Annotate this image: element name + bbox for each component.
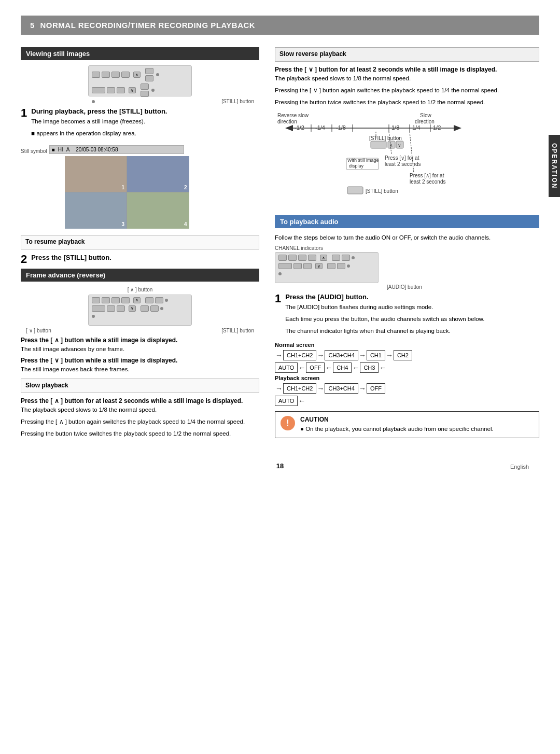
svg-text:1/4: 1/4 (412, 124, 420, 131)
svg-text:[STILL] button: [STILL] button (369, 135, 402, 141)
audio-step1-container: 1 Press the [AUDIO] button. The [AUDIO] … (275, 293, 539, 338)
svg-text:Reverse slow: Reverse slow (277, 113, 309, 118)
still-image-area: Still symbol ■HIA 20/05-03 08:40:58 1 (21, 145, 259, 231)
btn3 (111, 72, 120, 78)
slow-rev-text3: Pressing the button twice switches the p… (275, 98, 539, 107)
channel-indicators-label: CHANNEL indicators (275, 245, 539, 251)
playback-screen-label: Playback screen (275, 375, 539, 381)
audio-step1-text1: The [AUDIO] button flashes during audio … (285, 303, 539, 312)
playback-flow-row1: → CH1+CH2 → CH3+CH4 → OFF (275, 383, 539, 394)
btn1 (92, 72, 100, 78)
svg-text:∨: ∨ (398, 143, 401, 148)
playback-screen-flow: → CH1+CH2 → CH3+CH4 → OFF AUTO ← (275, 383, 539, 406)
still-cell-3: 3 (65, 192, 127, 229)
slow-reverse-box: Slow reverse playback (275, 47, 539, 62)
svg-marker-5 (285, 125, 293, 131)
caution-bullet: ● On the playback, you cannot playback a… (300, 425, 494, 434)
page-footer: 18 English (21, 452, 539, 470)
step1-container: 1 During playback, press the [STILL] but… (21, 107, 259, 141)
frame-advance-remote-area: [ ∧ ] button ∧ (21, 287, 259, 333)
operation-label: OPERATION (549, 135, 560, 197)
frame-remote-labels: [ ∨ ] button [STILL] button (21, 328, 259, 333)
svg-text:With still image: With still image (347, 158, 379, 163)
svg-text:least 2 seconds: least 2 seconds (410, 179, 446, 185)
btn10 (141, 91, 149, 97)
svg-text:1/8: 1/8 (391, 124, 399, 131)
step1-title: During playback, press the [STILL] butto… (31, 107, 259, 115)
caution-box: ! CAUTION ● On the playback, you cannot … (275, 411, 539, 438)
audio-step1-text2: Each time you press the button, the audi… (285, 315, 539, 324)
still-cell-2: 2 (127, 156, 189, 192)
playback-audio-header: To playback audio (275, 215, 539, 228)
press-v-text: The still image moves back three frames. (21, 365, 259, 374)
btn2 (102, 72, 110, 78)
svg-text:display: display (349, 163, 364, 169)
step1-number: 1 (21, 107, 27, 119)
slow-reverse-diagram: Reverse slow direction Slow direction 1/… (275, 110, 539, 210)
slow-reverse-title: Slow reverse playback (279, 50, 535, 58)
timestamp-bar: ■HIA 20/05-03 08:40:58 (49, 145, 184, 154)
wide-btn1 (92, 87, 105, 93)
normal-screen-label: Normal screen (275, 342, 539, 348)
viewing-section-header: Viewing still images (21, 47, 259, 60)
audio-step1-content: Press the [AUDIO] button. The [AUDIO] bu… (285, 293, 539, 338)
slow-text2: Pressing the [ ∧ ] button again switches… (21, 417, 259, 427)
step1-content: During playback, press the [STILL] butto… (31, 107, 259, 141)
remote-control-still: ∧ ∨ (88, 65, 192, 96)
svg-text:∧: ∧ (389, 143, 393, 148)
main-content: Viewing still images ∧ (21, 47, 539, 441)
remote-audio: ∧ ∨ (275, 252, 379, 283)
up-btn-frame: ∧ (133, 297, 141, 303)
caution-content: CAUTION ● On the playback, you cannot pl… (300, 416, 494, 434)
chapter-header: 5 NORMAL RECORDING/TIMER RECORDING PLAYB… (21, 16, 539, 35)
left-column: Viewing still images ∧ (21, 47, 259, 441)
audio-step1-num: 1 (275, 293, 281, 304)
right-column: Slow reverse playback Press the [ ∨ ] bu… (275, 47, 539, 441)
svg-rect-35 (347, 187, 363, 194)
svg-text:-1/2: -1/2 (295, 124, 304, 131)
svg-text:Slow: Slow (420, 113, 431, 118)
dot3 (92, 100, 95, 103)
slow-text3: Pressing the button twice switches the p… (21, 429, 259, 439)
btn8 (117, 87, 125, 93)
step1-text1: The image becomes a still image (freezes… (31, 117, 259, 127)
resume-playback-title: To resume playback (25, 238, 255, 245)
press-a-text: The still image advances by one frame. (21, 345, 259, 354)
svg-rect-21 (371, 141, 386, 148)
slow-reverse-content: Press the [ ∨ ] button for at least 2 se… (275, 66, 539, 107)
slow-rev-text1: The playback speed slows to 1/8 the norm… (275, 74, 539, 83)
press-a-section: Press the [ ∧ ] button while a still ima… (21, 337, 259, 354)
caution-icon: ! (281, 416, 295, 430)
still-image-grid: 1 2 3 4 (65, 156, 189, 229)
still-symbol-label: Still symbol (21, 145, 47, 154)
channel-flow-row1: → CH1+CH2 → CH3+CH4 → CH1 → CH2 (275, 350, 539, 360)
btn5 (145, 68, 153, 74)
dot-indicator2 (151, 89, 155, 92)
svg-text:-1/4: -1/4 (315, 124, 325, 131)
audio-step1-title: Press the [AUDIO] button. (285, 293, 539, 301)
frame-advance-header: Frame advance (reverse) (21, 269, 259, 282)
slow-rev-text2: Pressing the [ ∨ ] button again switches… (275, 86, 539, 95)
still-cell-4: 4 (127, 192, 189, 229)
audio-step1-text3: The channel indicator lights when that c… (285, 327, 539, 336)
btn7 (107, 87, 115, 93)
svg-text:least 2 seconds: least 2 seconds (385, 161, 421, 167)
remote-control-frame: ∧ ∨ (88, 295, 192, 326)
press-v-title: Press the [ ∨ ] button while a still ima… (21, 357, 259, 364)
slow-rev-svg: Reverse slow direction Slow direction 1/… (275, 110, 467, 208)
step2-content: Press the [STILL] button. (31, 254, 259, 263)
caution-title: CAUTION (300, 416, 494, 423)
normal-screen-flow: → CH1+CH2 → CH3+CH4 → CH1 → CH2 AUTO ← O… (275, 350, 539, 373)
still-cell-1: 1 (65, 156, 127, 192)
dn-arrow-btn: ∨ (129, 87, 136, 93)
slow-playback-box: Slow playback (21, 379, 259, 393)
up-arrow-btn: ∧ (133, 72, 141, 78)
slow-text1: The playback speed slows to 1/8 the norm… (21, 406, 259, 415)
page-wrapper: 5 NORMAL RECORDING/TIMER RECORDING PLAYB… (0, 0, 560, 754)
slow-playback-title: Slow playback (25, 382, 255, 389)
svg-text:[STILL] button: [STILL] button (366, 188, 398, 194)
dot-indicator (156, 73, 159, 76)
svg-text:Press [∨] for at: Press [∨] for at (385, 155, 419, 161)
step2-text: Press the [STILL] button. (31, 254, 259, 261)
press-a-title: Press the [ ∧ ] button while a still ima… (21, 337, 259, 344)
